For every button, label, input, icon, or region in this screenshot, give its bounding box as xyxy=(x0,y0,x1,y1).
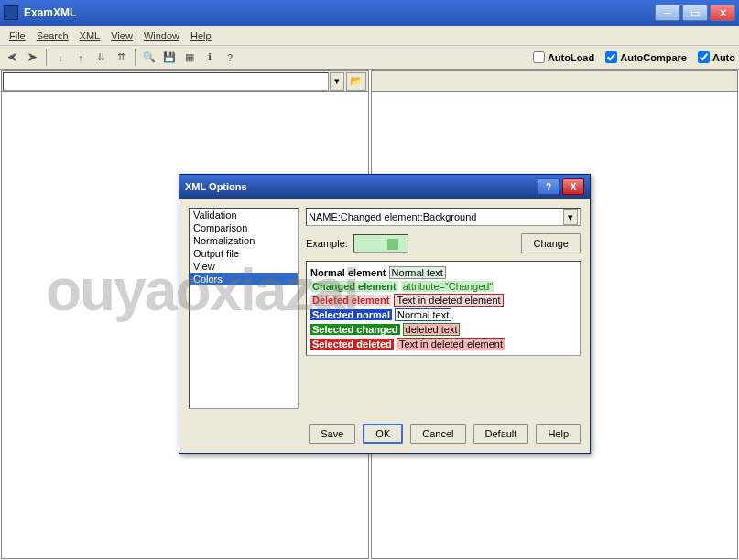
auto3-checkbox[interactable]: Auto xyxy=(698,51,735,63)
dialog-close-button[interactable]: X xyxy=(562,178,584,195)
menu-xml[interactable]: XML xyxy=(74,28,106,43)
arrow-up-icon[interactable]: ↑ xyxy=(72,49,89,66)
example-label: Example: xyxy=(306,238,348,249)
dialog-title: XML Options xyxy=(185,181,535,192)
preview-selnorm-text: Normal text xyxy=(395,308,451,321)
help-icon[interactable]: ? xyxy=(222,49,238,66)
save-button[interactable]: Save xyxy=(309,424,355,444)
dialog-titlebar: XML Options ? X xyxy=(179,175,590,199)
combo-value: NAME:Changed element:Background xyxy=(309,211,563,222)
autocompare-checkbox[interactable]: AutoCompare xyxy=(605,51,687,63)
preview-changed-label: Changed element xyxy=(310,281,398,292)
tab-output-file[interactable]: Output file xyxy=(190,247,298,260)
grid-icon[interactable]: ▦ xyxy=(181,49,198,66)
preview-selnorm-label: Selected normal xyxy=(310,309,392,320)
color-preview-panel: Normal element Normal text Changed eleme… xyxy=(306,261,581,356)
menu-view[interactable]: View xyxy=(105,28,138,43)
save-icon[interactable]: 💾 xyxy=(161,49,178,66)
menu-window[interactable]: Window xyxy=(138,28,185,43)
minimize-button[interactable]: ─ xyxy=(655,5,680,21)
change-button[interactable]: Change xyxy=(521,233,581,253)
left-path-input[interactable] xyxy=(3,72,329,91)
default-button[interactable]: Default xyxy=(473,424,529,444)
ok-button[interactable]: OK xyxy=(363,424,403,444)
preview-normal-text: Normal text xyxy=(389,266,446,279)
preview-deleted-text: Text in deleted element xyxy=(394,294,503,307)
preview-selchg-text: deleted text xyxy=(403,323,461,336)
double-down-icon[interactable]: ⇊ xyxy=(92,49,109,66)
arrow-down-icon[interactable]: ↓ xyxy=(52,49,69,66)
dialog-help-button[interactable]: ? xyxy=(538,178,560,195)
maximize-button[interactable]: ▭ xyxy=(682,5,708,21)
app-icon xyxy=(4,5,18,20)
menu-help[interactable]: Help xyxy=(185,28,217,43)
preview-changed-attr: attribute="Changed" xyxy=(401,281,495,292)
info-icon[interactable]: ℹ xyxy=(201,49,218,66)
options-category-list[interactable]: Validation Comparison Normalization Outp… xyxy=(189,208,299,409)
separator xyxy=(46,49,47,66)
chevron-down-icon[interactable]: ▾ xyxy=(563,209,578,225)
dialog-button-row: Save OK Cancel Default Help xyxy=(179,418,590,453)
tab-validation[interactable]: Validation xyxy=(190,209,298,221)
left-pathbar: ▾ 📂 xyxy=(2,71,368,92)
preview-seldel-text: Text in deleted element xyxy=(397,338,505,350)
window-titlebar: ExamXML ─ ▭ ✕ xyxy=(0,0,739,26)
tab-colors[interactable]: Colors xyxy=(190,273,298,285)
folder-open-icon: 📂 xyxy=(350,75,363,87)
toolbar: ⮜ ⮞ ↓ ↑ ⇊ ⇈ 🔍 💾 ▦ ℹ ? AutoLoad AutoCompa… xyxy=(0,46,739,70)
xml-options-dialog: XML Options ? X Validation Comparison No… xyxy=(179,174,591,454)
menu-file[interactable]: File xyxy=(4,28,31,43)
left-open-button[interactable]: 📂 xyxy=(346,72,366,91)
preview-normal-label: Normal element xyxy=(310,267,386,278)
menu-search[interactable]: Search xyxy=(31,28,74,43)
left-path-dropdown[interactable]: ▾ xyxy=(330,72,344,91)
app-title: ExamXML xyxy=(24,6,653,19)
double-up-icon[interactable]: ⇈ xyxy=(113,49,129,66)
tab-normalization[interactable]: Normalization xyxy=(190,234,298,247)
right-pathbar xyxy=(372,71,738,92)
separator xyxy=(135,49,136,66)
autoload-checkbox[interactable]: AutoLoad xyxy=(533,51,594,63)
color-target-combo[interactable]: NAME:Changed element:Background ▾ xyxy=(306,208,581,226)
close-button[interactable]: ✕ xyxy=(710,5,735,21)
expand-right-icon[interactable]: ⮞ xyxy=(24,49,40,66)
cancel-button[interactable]: Cancel xyxy=(410,424,465,444)
help-button[interactable]: Help xyxy=(536,424,581,444)
tab-view[interactable]: View xyxy=(190,260,298,273)
collapse-left-icon[interactable]: ⮜ xyxy=(4,49,20,66)
preview-seldel-label: Selected deleted xyxy=(310,339,394,350)
menubar: File Search XML View Window Help xyxy=(0,26,739,46)
color-swatch xyxy=(353,234,408,253)
tab-comparison[interactable]: Comparison xyxy=(190,221,298,234)
preview-deleted-label: Deleted element xyxy=(310,295,391,306)
preview-selchg-label: Selected changed xyxy=(310,324,400,335)
search-icon[interactable]: 🔍 xyxy=(141,49,158,66)
